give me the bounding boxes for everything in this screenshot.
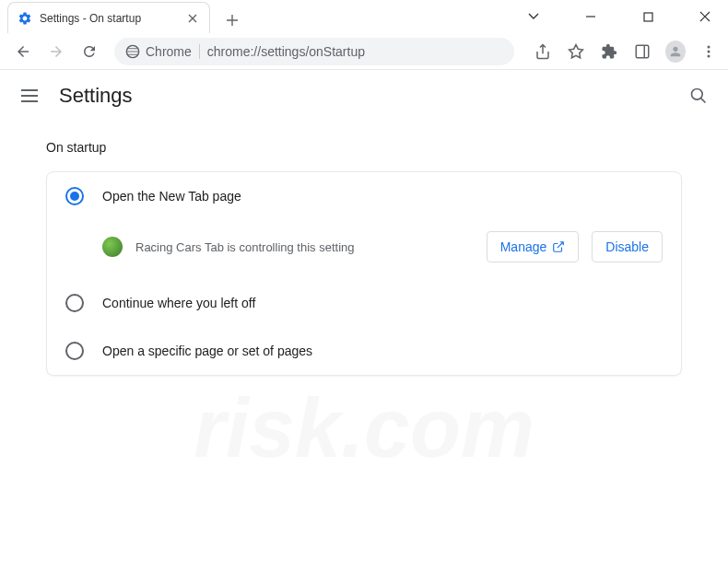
address-bar: Chrome chrome://settings/onStartup — [0, 33, 728, 70]
content: On startup Open the New Tab page Racing … — [0, 122, 728, 394]
hamburger-icon[interactable] — [18, 85, 41, 107]
profile-icon[interactable] — [665, 41, 686, 62]
url-text: chrome://settings/onStartup — [207, 44, 365, 59]
svg-point-7 — [708, 54, 710, 57]
gear-icon — [18, 11, 32, 26]
reload-button[interactable] — [76, 38, 103, 65]
close-button[interactable] — [689, 4, 721, 29]
forward-button — [42, 38, 70, 65]
option-label: Continue where you left off — [102, 296, 255, 310]
svg-point-5 — [708, 45, 710, 48]
extension-notice: Racing Cars Tab is controlling this sett… — [135, 240, 474, 254]
option-continue[interactable]: Continue where you left off — [47, 279, 681, 327]
radio-new-tab[interactable] — [65, 187, 84, 205]
url-scheme: Chrome — [146, 44, 192, 59]
watermark-sub: risk.com — [194, 381, 534, 476]
section-title: On startup — [46, 140, 682, 155]
search-icon[interactable] — [687, 85, 710, 107]
disable-label: Disable — [605, 239, 649, 254]
option-new-tab[interactable]: Open the New Tab page — [47, 172, 681, 220]
startup-card: Open the New Tab page Racing Cars Tab is… — [46, 171, 682, 376]
new-tab-button[interactable] — [219, 7, 245, 33]
bookmark-icon[interactable] — [566, 41, 586, 62]
share-icon[interactable] — [533, 41, 553, 62]
sidepanel-icon[interactable] — [632, 41, 652, 62]
disable-button[interactable]: Disable — [592, 231, 663, 262]
tab-title: Settings - On startup — [40, 12, 178, 25]
settings-header: Settings — [0, 70, 728, 122]
minimize-button[interactable] — [575, 4, 606, 29]
svg-point-6 — [708, 50, 710, 52]
extension-icon — [102, 237, 123, 257]
tab-bar: Settings - On startup — [0, 0, 544, 33]
svg-rect-0 — [644, 13, 652, 21]
site-info-button[interactable]: Chrome — [125, 44, 192, 59]
svg-point-8 — [692, 89, 703, 100]
maximize-button[interactable] — [632, 4, 663, 29]
manage-label: Manage — [500, 239, 547, 254]
external-link-icon — [552, 240, 565, 253]
svg-marker-2 — [569, 44, 583, 57]
extension-notice-row: Racing Cars Tab is controlling this sett… — [47, 220, 681, 279]
page-title: Settings — [59, 84, 687, 108]
menu-icon[interactable] — [699, 41, 719, 62]
url-box[interactable]: Chrome chrome://settings/onStartup — [114, 38, 514, 65]
close-tab-icon[interactable] — [185, 11, 200, 26]
option-label: Open a specific page or set of pages — [102, 344, 312, 358]
manage-button[interactable]: Manage — [487, 231, 580, 262]
option-label: Open the New Tab page — [102, 189, 241, 204]
browser-tab[interactable]: Settings - On startup — [7, 2, 210, 33]
svg-line-9 — [701, 99, 706, 103]
toolbar-icons — [525, 41, 719, 62]
option-specific[interactable]: Open a specific page or set of pages — [47, 327, 681, 375]
radio-specific[interactable] — [65, 342, 84, 360]
back-button[interactable] — [9, 38, 37, 65]
radio-continue[interactable] — [65, 294, 84, 312]
extensions-icon[interactable] — [599, 41, 619, 62]
svg-rect-3 — [636, 45, 649, 58]
url-divider — [199, 44, 200, 59]
